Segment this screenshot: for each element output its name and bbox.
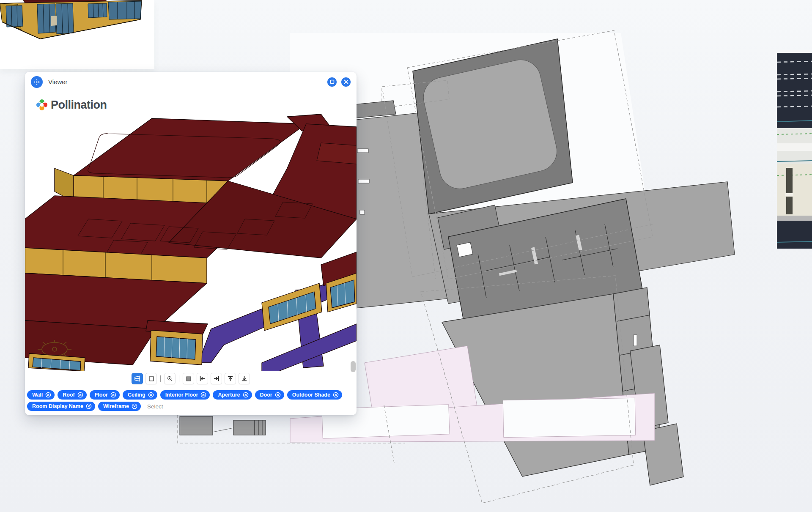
filter-chip[interactable]: Interior Floor [160, 390, 210, 400]
pollination-logo: Pollination [34, 97, 107, 112]
shaded-view-button[interactable] [183, 373, 194, 384]
chip-remove-icon[interactable] [243, 392, 249, 398]
filter-chip[interactable]: Wireframe [98, 402, 141, 411]
chip-remove-icon[interactable] [77, 392, 83, 398]
pollination-logo-text: Pollination [51, 99, 107, 112]
filter-chip-label: Door [260, 392, 272, 398]
model-thumbnail-card[interactable] [0, 0, 154, 69]
filter-chips: Wall Roof Floor [27, 388, 354, 411]
perspective-camera-button[interactable] [132, 373, 143, 384]
viewer-titlebar[interactable]: Viewer [25, 72, 357, 92]
filter-chip-row-1: Wall Roof Floor [27, 390, 354, 400]
window-title: Viewer [48, 78, 68, 85]
filter-chip[interactable]: Wall [27, 390, 55, 400]
model-thumbnail [0, 0, 154, 69]
filter-chip-label: Room Display Name [32, 403, 83, 409]
filter-chip-row-2: Room Display Name Wireframe [27, 402, 354, 411]
filter-chip-label: Roof [63, 392, 74, 398]
viewer-window: Viewer Pollination [25, 72, 357, 415]
pollination-logo-mark [34, 97, 49, 112]
filter-chip-label: Aperture [218, 392, 240, 398]
arrow-to-start-icon [199, 375, 206, 382]
select-rectangle-button[interactable] [145, 373, 157, 384]
plan-small-boxes [180, 416, 266, 435]
chip-remove-icon[interactable] [132, 403, 137, 409]
filter-chip-label: Floor [95, 392, 108, 398]
filter-chip[interactable]: Outdoor Shade [287, 390, 342, 400]
chip-remove-icon[interactable] [148, 392, 154, 398]
filter-chip-label: Wall [32, 392, 43, 398]
model-3d-canvas[interactable] [25, 92, 357, 371]
filter-chip-label: Ceiling [128, 392, 145, 398]
toolbar-divider [179, 375, 179, 382]
chip-remove-icon[interactable] [333, 392, 339, 398]
filter-chip[interactable]: Door [255, 390, 284, 400]
arrow-to-top-icon [227, 375, 234, 382]
filter-chip-label: Interior Floor [165, 392, 198, 398]
chip-remove-icon[interactable] [86, 403, 92, 409]
viewer-toolbar [132, 373, 250, 384]
arrow-to-bottom-icon [241, 375, 248, 382]
perspective-camera-icon [134, 375, 141, 382]
close-icon [344, 79, 348, 84]
move-down-button[interactable] [239, 373, 250, 384]
go-last-button[interactable] [211, 373, 222, 384]
cad-side-panel [777, 53, 812, 249]
zoom-extents-icon [167, 375, 173, 382]
filter-chip[interactable]: Room Display Name [27, 402, 95, 411]
filter-chip[interactable]: Ceiling [123, 390, 157, 400]
arrow-to-end-icon [213, 375, 220, 382]
filter-chip[interactable]: Aperture [213, 390, 252, 400]
maximize-icon [330, 79, 335, 84]
close-button[interactable] [341, 77, 351, 87]
filter-chip-label: Outdoor Shade [292, 392, 330, 398]
chip-remove-icon[interactable] [110, 392, 116, 398]
maximize-button[interactable] [327, 77, 337, 87]
plan-bottom-square [442, 287, 683, 485]
filter-chip[interactable]: Floor [90, 390, 120, 400]
shaded-view-icon [185, 375, 192, 382]
scrollbar-thumb[interactable] [351, 361, 356, 372]
go-first-button[interactable] [197, 373, 208, 384]
zoom-extents-button[interactable] [164, 373, 176, 384]
chip-remove-icon[interactable] [200, 392, 206, 398]
filter-chip-label: Wireframe [103, 403, 129, 409]
chip-remove-icon[interactable] [275, 392, 281, 398]
move-icon [33, 79, 40, 85]
chip-remove-icon[interactable] [45, 392, 51, 398]
page: { "page": {"background": "#f1f3f6"}, "vi… [0, 0, 812, 512]
filter-chip[interactable]: Roof [58, 390, 86, 400]
toolbar-divider [160, 375, 161, 382]
move-up-button[interactable] [225, 373, 236, 384]
select-mode-label: Select [147, 403, 163, 410]
drag-handle[interactable] [31, 76, 43, 88]
select-rectangle-icon [148, 375, 155, 382]
